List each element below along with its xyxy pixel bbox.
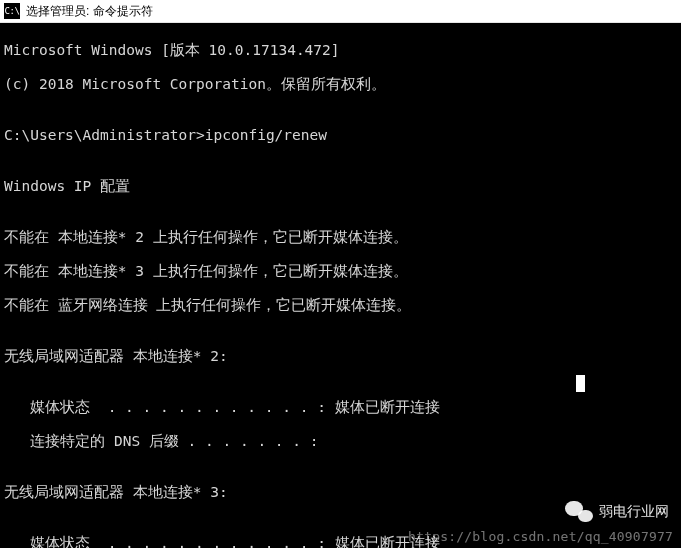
window-title: 选择管理员: 命令提示符 (26, 3, 153, 20)
terminal-line: 连接特定的 DNS 后缀 . . . . . . . : (4, 433, 677, 450)
titlebar[interactable]: C:\ 选择管理员: 命令提示符 (0, 0, 681, 23)
wechat-watermark: 弱电行业网 (565, 499, 669, 523)
terminal-area[interactable]: Microsoft Windows [版本 10.0.17134.472] (c… (0, 23, 681, 548)
wechat-icon (565, 499, 593, 523)
terminal-line: (c) 2018 Microsoft Corporation。保留所有权利。 (4, 76, 677, 93)
terminal-line: 不能在 本地连接* 3 上执行任何操作，它已断开媒体连接。 (4, 263, 677, 280)
terminal-line: 媒体状态 . . . . . . . . . . . . : 媒体已断开连接 (4, 399, 677, 416)
cmd-icon: C:\ (4, 3, 20, 19)
terminal-line: 不能在 蓝牙网络连接 上执行任何操作，它已断开媒体连接。 (4, 297, 677, 314)
cmd-window: C:\ 选择管理员: 命令提示符 Microsoft Windows [版本 1… (0, 0, 681, 548)
url-watermark: https://blog.csdn.net/qq_40907977 (408, 528, 673, 545)
terminal-line: Windows IP 配置 (4, 178, 677, 195)
terminal-line: 不能在 本地连接* 2 上执行任何操作，它已断开媒体连接。 (4, 229, 677, 246)
terminal-line: C:\Users\Administrator>ipconfig/renew (4, 127, 677, 144)
terminal-line: Microsoft Windows [版本 10.0.17134.472] (4, 42, 677, 59)
text-cursor (576, 375, 585, 392)
wechat-text: 弱电行业网 (599, 503, 669, 520)
terminal-line: 无线局域网适配器 本地连接* 2: (4, 348, 677, 365)
